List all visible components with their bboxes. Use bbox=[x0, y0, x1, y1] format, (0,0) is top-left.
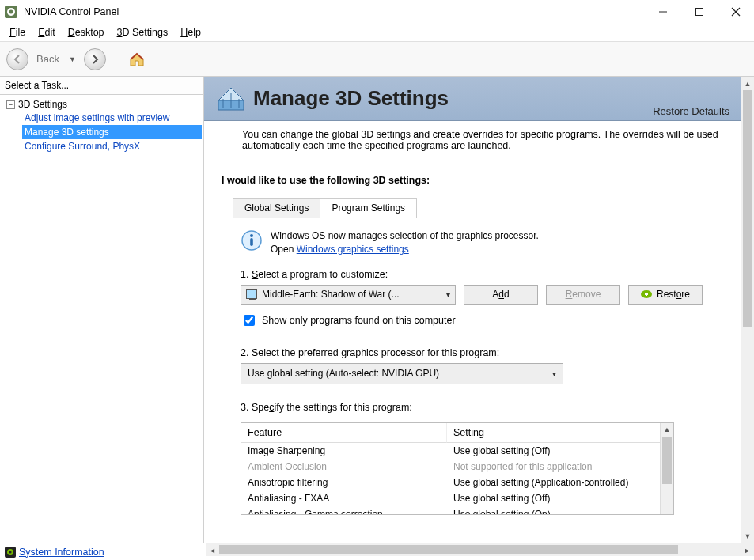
menu-edit[interactable]: Edit bbox=[32, 25, 62, 40]
home-button[interactable] bbox=[126, 48, 148, 70]
group-legend: I would like to use the following 3D set… bbox=[222, 172, 741, 197]
col-setting[interactable]: Setting bbox=[447, 423, 673, 443]
show-only-installed-checkbox[interactable] bbox=[244, 315, 255, 326]
page-description: You can change the global 3D settings an… bbox=[204, 121, 741, 159]
tree-root-3d-settings[interactable]: 3D Settings bbox=[18, 99, 67, 110]
maximize-button[interactable] bbox=[681, 0, 718, 24]
toolbar: Back ▼ bbox=[0, 42, 754, 77]
program-settings-panel: Windows OS now manages selection of the … bbox=[222, 218, 741, 523]
svg-point-14 bbox=[9, 551, 11, 553]
content-vertical-scrollbar[interactable]: ▲ ▼ bbox=[741, 77, 754, 543]
step1-label: 1. Select a program to customize: bbox=[241, 266, 733, 285]
chevron-down-icon: ▾ bbox=[552, 369, 556, 378]
info-line2-prefix: Open bbox=[271, 244, 297, 255]
gpu-select[interactable]: Use global setting (Auto-select: NVIDIA … bbox=[241, 363, 563, 384]
scroll-down-icon[interactable]: ▼ bbox=[741, 529, 754, 543]
windows-graphics-settings-link[interactable]: Windows graphics settings bbox=[297, 244, 409, 255]
toolbar-separator bbox=[116, 48, 116, 70]
app-icon bbox=[5, 6, 17, 18]
page-header: Manage 3D Settings Restore Defaults bbox=[204, 77, 741, 121]
nav-history-dropdown-icon[interactable]: ▼ bbox=[66, 55, 79, 63]
close-button[interactable] bbox=[718, 0, 754, 24]
nav-back-button[interactable] bbox=[6, 48, 28, 70]
add-button[interactable]: Add bbox=[464, 285, 538, 305]
nvidia-eye-icon bbox=[641, 290, 652, 298]
program-select-value: Middle-Earth: Shadow of War (... bbox=[262, 289, 400, 300]
task-tree-pane: Select a Task... − 3D Settings Adjust im… bbox=[0, 77, 204, 543]
tree-link-manage-3d[interactable]: Manage 3D settings bbox=[22, 125, 202, 139]
system-info-icon bbox=[5, 547, 16, 558]
scroll-left-icon[interactable]: ◄ bbox=[206, 543, 219, 557]
scroll-up-icon[interactable]: ▲ bbox=[741, 77, 754, 90]
statusbar: System Information ◄ ► bbox=[0, 543, 754, 560]
task-tree: − 3D Settings Adjust image settings with… bbox=[0, 95, 203, 543]
nav-back-label: Back bbox=[36, 53, 59, 65]
tree-toggle-icon[interactable]: − bbox=[6, 100, 15, 109]
info-icon bbox=[241, 229, 263, 252]
table-row[interactable]: Antialiasing - Gamma correction Use glob… bbox=[241, 506, 673, 514]
task-tree-header: Select a Task... bbox=[0, 77, 203, 95]
content-pane: Manage 3D Settings Restore Defaults You … bbox=[204, 77, 754, 543]
menubar: File Edit Desktop 3D Settings Help bbox=[0, 24, 754, 42]
step3-label: 3. Specify the settings for this program… bbox=[241, 384, 733, 418]
page-title: Manage 3D Settings bbox=[253, 86, 449, 111]
scroll-up-icon[interactable]: ▲ bbox=[661, 423, 673, 437]
restore-button[interactable]: Restore bbox=[628, 285, 703, 305]
menu-desktop[interactable]: Desktop bbox=[62, 25, 111, 40]
svg-point-11 bbox=[250, 234, 253, 237]
svg-rect-12 bbox=[250, 238, 253, 246]
chevron-down-icon: ▾ bbox=[446, 290, 450, 299]
settings-group: I would like to use the following 3D set… bbox=[222, 165, 741, 523]
settings-tabs: Global Settings Program Settings bbox=[233, 197, 741, 218]
page-header-icon bbox=[215, 83, 247, 115]
titlebar: NVIDIA Control Panel bbox=[0, 0, 754, 24]
svg-rect-3 bbox=[696, 9, 703, 16]
restore-defaults-link[interactable]: Restore Defaults bbox=[653, 105, 729, 117]
table-scrollbar[interactable]: ▲ bbox=[660, 423, 673, 514]
table-row[interactable]: Anisotropic filtering Use global setting… bbox=[241, 475, 673, 490]
info-text: Windows OS now manages selection of the … bbox=[271, 229, 539, 256]
step2-label: 2. Select the preferred graphics process… bbox=[241, 344, 733, 363]
minimize-button[interactable] bbox=[645, 0, 681, 24]
table-row: Ambient Occlusion Not supported for this… bbox=[241, 459, 673, 475]
show-only-installed-label[interactable]: Show only programs found on this compute… bbox=[262, 315, 456, 326]
tree-link-configure-physx[interactable]: Configure Surround, PhysX bbox=[22, 139, 202, 153]
tree-link-adjust-image[interactable]: Adjust image settings with preview bbox=[22, 111, 202, 125]
svg-point-1 bbox=[9, 10, 13, 14]
menu-help[interactable]: Help bbox=[174, 25, 207, 40]
gpu-select-value: Use global setting (Auto-select: NVIDIA … bbox=[248, 368, 439, 379]
col-feature[interactable]: Feature bbox=[241, 423, 447, 443]
window-controls bbox=[645, 0, 754, 24]
tab-program-settings[interactable]: Program Settings bbox=[320, 198, 417, 218]
settings-table: Feature Setting Image Sharpening Use glo… bbox=[241, 422, 674, 515]
menu-file[interactable]: File bbox=[3, 25, 32, 40]
program-select[interactable]: Middle-Earth: Shadow of War (... ▾ bbox=[241, 285, 456, 305]
menu-3dsettings[interactable]: 3D Settings bbox=[111, 25, 175, 40]
scroll-thumb[interactable] bbox=[662, 437, 672, 484]
scroll-right-icon[interactable]: ► bbox=[741, 543, 754, 557]
table-row[interactable]: Image Sharpening Use global setting (Off… bbox=[241, 443, 673, 459]
table-row[interactable]: Antialiasing - FXAA Use global setting (… bbox=[241, 490, 673, 506]
remove-button[interactable]: Remove bbox=[546, 285, 620, 305]
scroll-thumb[interactable] bbox=[743, 90, 752, 327]
scroll-thumb[interactable] bbox=[219, 545, 678, 554]
program-icon bbox=[246, 289, 257, 299]
system-information-link[interactable]: System Information bbox=[19, 547, 104, 558]
window-title: NVIDIA Control Panel bbox=[24, 6, 119, 17]
info-line1: Windows OS now manages selection of the … bbox=[271, 230, 539, 241]
nav-forward-button[interactable] bbox=[84, 48, 106, 70]
tab-global-settings[interactable]: Global Settings bbox=[233, 198, 320, 218]
content-horizontal-scrollbar[interactable]: ◄ ► bbox=[206, 543, 754, 556]
